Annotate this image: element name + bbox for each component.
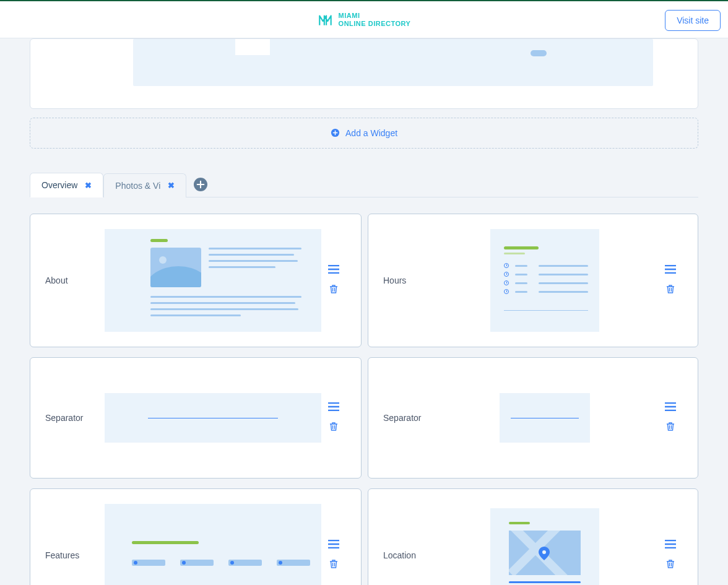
close-icon[interactable]: ✖ (85, 181, 92, 190)
top-bar: MIAMI ONLINE DIRECTORY Visit site (0, 0, 728, 38)
svg-point-1 (542, 550, 546, 554)
drag-icon[interactable] (328, 265, 339, 275)
trash-icon[interactable] (329, 559, 338, 571)
trash-icon[interactable] (666, 284, 675, 296)
trash-icon[interactable] (666, 422, 675, 433)
widget-label: About (45, 275, 105, 285)
widget-preview (105, 504, 321, 585)
page-content: Add a Widget Overview ✖ Photos & Vi ✖ Ab… (15, 38, 713, 585)
logo-text-line1: MIAMI (339, 12, 411, 19)
tab-overview[interactable]: Overview ✖ (30, 173, 103, 197)
drag-icon[interactable] (328, 540, 339, 550)
add-widget-label: Add a Widget (345, 128, 397, 138)
drag-icon[interactable] (328, 402, 339, 413)
upper-widget-preview (133, 39, 653, 86)
widget-label: Hours (383, 275, 431, 285)
widget-preview (105, 393, 321, 443)
tabs-bar: Overview ✖ Photos & Vi ✖ (30, 172, 698, 197)
add-widget-button[interactable]: Add a Widget (30, 118, 698, 149)
widget-preview (431, 508, 658, 585)
widget-preview (431, 229, 658, 332)
widget-label: Separator (45, 413, 105, 423)
logo-mark-icon (318, 12, 334, 28)
upper-widget-card (30, 38, 698, 109)
drag-icon[interactable] (665, 265, 676, 275)
trash-icon[interactable] (329, 422, 338, 433)
widget-features[interactable]: Features (30, 488, 362, 585)
trash-icon[interactable] (666, 559, 675, 571)
site-logo: MIAMI ONLINE DIRECTORY (318, 12, 411, 28)
widget-preview (105, 229, 321, 332)
widget-label: Separator (383, 413, 431, 423)
widget-location[interactable]: Location (368, 488, 698, 585)
logo-text-line2: ONLINE DIRECTORY (339, 20, 411, 27)
close-icon[interactable]: ✖ (168, 181, 175, 190)
widget-hours[interactable]: Hours (368, 214, 698, 347)
plus-icon (196, 180, 205, 189)
add-tab-button[interactable] (194, 178, 207, 191)
drag-icon[interactable] (665, 540, 676, 550)
widget-label: Location (383, 550, 431, 560)
map-pin-icon (539, 547, 550, 560)
tab-photos-videos[interactable]: Photos & Vi ✖ (103, 173, 186, 197)
widget-preview (431, 393, 658, 443)
widget-separator[interactable]: Separator (368, 357, 698, 479)
widgets-grid: About Hours (30, 214, 698, 585)
plus-circle-icon (331, 128, 340, 137)
visit-site-button[interactable]: Visit site (665, 10, 721, 31)
widget-about[interactable]: About (30, 214, 362, 347)
tab-label: Overview (41, 180, 77, 190)
trash-icon[interactable] (329, 284, 338, 296)
widget-label: Features (45, 550, 105, 560)
tab-label: Photos & Vi (115, 181, 160, 191)
widget-separator[interactable]: Separator (30, 357, 362, 479)
drag-icon[interactable] (665, 402, 676, 413)
